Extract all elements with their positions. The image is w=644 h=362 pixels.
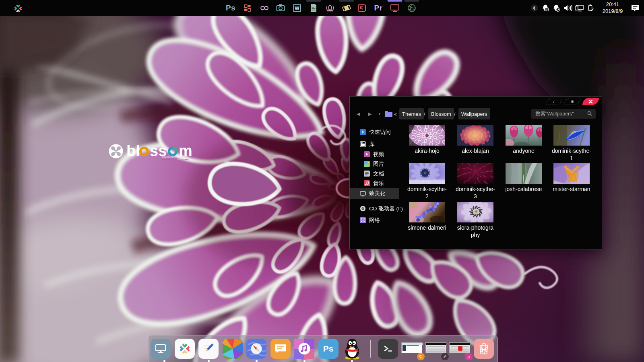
svg-text:DESKTOPENVIRONMENT: DESKTOPENVIRONMENT [162, 155, 188, 158]
svg-text:W: W [295, 6, 299, 11]
svg-text:bl: bl [126, 142, 140, 159]
